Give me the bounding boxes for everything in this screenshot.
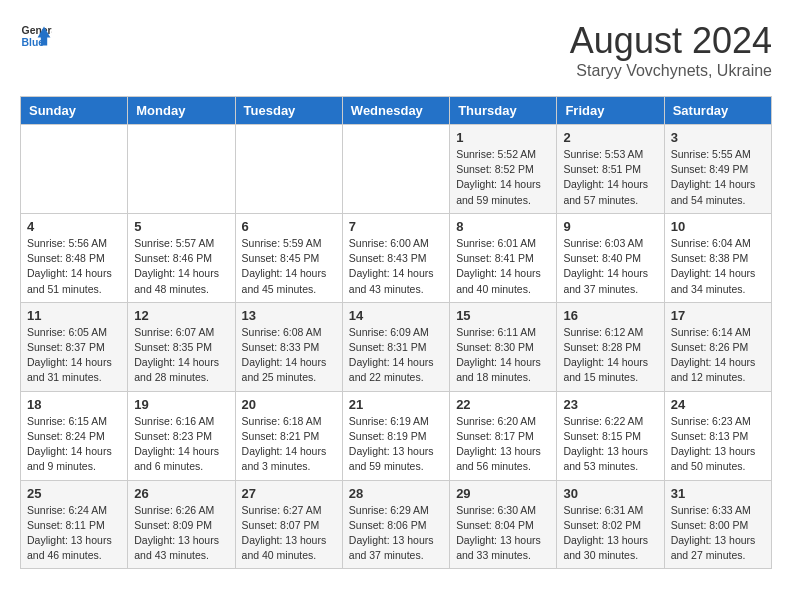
calendar-cell: 18Sunrise: 6:15 AM Sunset: 8:24 PM Dayli…	[21, 391, 128, 480]
day-info: Sunrise: 6:23 AM Sunset: 8:13 PM Dayligh…	[671, 414, 765, 475]
day-number: 14	[349, 308, 443, 323]
day-info: Sunrise: 6:14 AM Sunset: 8:26 PM Dayligh…	[671, 325, 765, 386]
day-info: Sunrise: 5:52 AM Sunset: 8:52 PM Dayligh…	[456, 147, 550, 208]
weekday-header-row: SundayMondayTuesdayWednesdayThursdayFrid…	[21, 97, 772, 125]
day-info: Sunrise: 5:56 AM Sunset: 8:48 PM Dayligh…	[27, 236, 121, 297]
day-info: Sunrise: 6:33 AM Sunset: 8:00 PM Dayligh…	[671, 503, 765, 564]
day-info: Sunrise: 6:19 AM Sunset: 8:19 PM Dayligh…	[349, 414, 443, 475]
day-number: 11	[27, 308, 121, 323]
calendar-cell	[235, 125, 342, 214]
calendar-cell: 25Sunrise: 6:24 AM Sunset: 8:11 PM Dayli…	[21, 480, 128, 569]
day-info: Sunrise: 6:08 AM Sunset: 8:33 PM Dayligh…	[242, 325, 336, 386]
calendar-cell: 15Sunrise: 6:11 AM Sunset: 8:30 PM Dayli…	[450, 302, 557, 391]
calendar-cell: 27Sunrise: 6:27 AM Sunset: 8:07 PM Dayli…	[235, 480, 342, 569]
day-number: 1	[456, 130, 550, 145]
day-info: Sunrise: 6:15 AM Sunset: 8:24 PM Dayligh…	[27, 414, 121, 475]
day-info: Sunrise: 6:31 AM Sunset: 8:02 PM Dayligh…	[563, 503, 657, 564]
day-info: Sunrise: 5:59 AM Sunset: 8:45 PM Dayligh…	[242, 236, 336, 297]
calendar-week-row: 11Sunrise: 6:05 AM Sunset: 8:37 PM Dayli…	[21, 302, 772, 391]
day-info: Sunrise: 6:27 AM Sunset: 8:07 PM Dayligh…	[242, 503, 336, 564]
day-number: 2	[563, 130, 657, 145]
day-number: 22	[456, 397, 550, 412]
weekday-header-cell: Friday	[557, 97, 664, 125]
calendar-cell: 23Sunrise: 6:22 AM Sunset: 8:15 PM Dayli…	[557, 391, 664, 480]
day-info: Sunrise: 6:07 AM Sunset: 8:35 PM Dayligh…	[134, 325, 228, 386]
day-number: 13	[242, 308, 336, 323]
calendar-body: 1Sunrise: 5:52 AM Sunset: 8:52 PM Daylig…	[21, 125, 772, 569]
header: General Blue August 2024 Staryy Vovchyne…	[20, 20, 772, 80]
day-info: Sunrise: 6:05 AM Sunset: 8:37 PM Dayligh…	[27, 325, 121, 386]
day-number: 31	[671, 486, 765, 501]
logo-icon: General Blue	[20, 20, 52, 52]
weekday-header-cell: Tuesday	[235, 97, 342, 125]
day-info: Sunrise: 6:12 AM Sunset: 8:28 PM Dayligh…	[563, 325, 657, 386]
day-number: 15	[456, 308, 550, 323]
calendar-cell	[128, 125, 235, 214]
logo: General Blue	[20, 20, 52, 52]
day-info: Sunrise: 6:20 AM Sunset: 8:17 PM Dayligh…	[456, 414, 550, 475]
weekday-header-cell: Thursday	[450, 97, 557, 125]
location-title: Staryy Vovchynets, Ukraine	[570, 62, 772, 80]
day-number: 17	[671, 308, 765, 323]
day-number: 28	[349, 486, 443, 501]
day-info: Sunrise: 6:03 AM Sunset: 8:40 PM Dayligh…	[563, 236, 657, 297]
calendar-week-row: 4Sunrise: 5:56 AM Sunset: 8:48 PM Daylig…	[21, 213, 772, 302]
calendar-cell: 24Sunrise: 6:23 AM Sunset: 8:13 PM Dayli…	[664, 391, 771, 480]
day-info: Sunrise: 6:09 AM Sunset: 8:31 PM Dayligh…	[349, 325, 443, 386]
calendar-cell: 31Sunrise: 6:33 AM Sunset: 8:00 PM Dayli…	[664, 480, 771, 569]
day-number: 3	[671, 130, 765, 145]
calendar-cell: 4Sunrise: 5:56 AM Sunset: 8:48 PM Daylig…	[21, 213, 128, 302]
day-info: Sunrise: 6:04 AM Sunset: 8:38 PM Dayligh…	[671, 236, 765, 297]
calendar-cell: 29Sunrise: 6:30 AM Sunset: 8:04 PM Dayli…	[450, 480, 557, 569]
calendar-cell: 30Sunrise: 6:31 AM Sunset: 8:02 PM Dayli…	[557, 480, 664, 569]
day-info: Sunrise: 5:55 AM Sunset: 8:49 PM Dayligh…	[671, 147, 765, 208]
day-number: 30	[563, 486, 657, 501]
day-number: 4	[27, 219, 121, 234]
day-number: 16	[563, 308, 657, 323]
calendar-cell: 28Sunrise: 6:29 AM Sunset: 8:06 PM Dayli…	[342, 480, 449, 569]
day-number: 10	[671, 219, 765, 234]
day-info: Sunrise: 5:57 AM Sunset: 8:46 PM Dayligh…	[134, 236, 228, 297]
weekday-header-cell: Monday	[128, 97, 235, 125]
day-number: 9	[563, 219, 657, 234]
calendar-cell: 21Sunrise: 6:19 AM Sunset: 8:19 PM Dayli…	[342, 391, 449, 480]
day-info: Sunrise: 6:22 AM Sunset: 8:15 PM Dayligh…	[563, 414, 657, 475]
calendar-week-row: 1Sunrise: 5:52 AM Sunset: 8:52 PM Daylig…	[21, 125, 772, 214]
day-number: 12	[134, 308, 228, 323]
weekday-header-cell: Wednesday	[342, 97, 449, 125]
day-info: Sunrise: 6:16 AM Sunset: 8:23 PM Dayligh…	[134, 414, 228, 475]
calendar-cell: 12Sunrise: 6:07 AM Sunset: 8:35 PM Dayli…	[128, 302, 235, 391]
day-info: Sunrise: 6:24 AM Sunset: 8:11 PM Dayligh…	[27, 503, 121, 564]
calendar-cell: 1Sunrise: 5:52 AM Sunset: 8:52 PM Daylig…	[450, 125, 557, 214]
day-number: 25	[27, 486, 121, 501]
day-number: 27	[242, 486, 336, 501]
day-info: Sunrise: 6:29 AM Sunset: 8:06 PM Dayligh…	[349, 503, 443, 564]
day-number: 19	[134, 397, 228, 412]
calendar-cell: 3Sunrise: 5:55 AM Sunset: 8:49 PM Daylig…	[664, 125, 771, 214]
day-info: Sunrise: 6:30 AM Sunset: 8:04 PM Dayligh…	[456, 503, 550, 564]
calendar-cell: 19Sunrise: 6:16 AM Sunset: 8:23 PM Dayli…	[128, 391, 235, 480]
day-number: 23	[563, 397, 657, 412]
calendar-cell: 10Sunrise: 6:04 AM Sunset: 8:38 PM Dayli…	[664, 213, 771, 302]
day-number: 29	[456, 486, 550, 501]
weekday-header-cell: Saturday	[664, 97, 771, 125]
title-area: August 2024 Staryy Vovchynets, Ukraine	[570, 20, 772, 80]
calendar-cell: 17Sunrise: 6:14 AM Sunset: 8:26 PM Dayli…	[664, 302, 771, 391]
day-number: 20	[242, 397, 336, 412]
day-info: Sunrise: 6:11 AM Sunset: 8:30 PM Dayligh…	[456, 325, 550, 386]
calendar-cell: 5Sunrise: 5:57 AM Sunset: 8:46 PM Daylig…	[128, 213, 235, 302]
calendar-cell: 2Sunrise: 5:53 AM Sunset: 8:51 PM Daylig…	[557, 125, 664, 214]
month-title: August 2024	[570, 20, 772, 62]
calendar-cell: 8Sunrise: 6:01 AM Sunset: 8:41 PM Daylig…	[450, 213, 557, 302]
day-number: 7	[349, 219, 443, 234]
day-number: 26	[134, 486, 228, 501]
calendar-cell: 26Sunrise: 6:26 AM Sunset: 8:09 PM Dayli…	[128, 480, 235, 569]
calendar-cell: 6Sunrise: 5:59 AM Sunset: 8:45 PM Daylig…	[235, 213, 342, 302]
calendar-cell: 11Sunrise: 6:05 AM Sunset: 8:37 PM Dayli…	[21, 302, 128, 391]
calendar-cell	[342, 125, 449, 214]
day-number: 5	[134, 219, 228, 234]
day-number: 21	[349, 397, 443, 412]
day-info: Sunrise: 6:00 AM Sunset: 8:43 PM Dayligh…	[349, 236, 443, 297]
day-info: Sunrise: 6:18 AM Sunset: 8:21 PM Dayligh…	[242, 414, 336, 475]
calendar-cell: 22Sunrise: 6:20 AM Sunset: 8:17 PM Dayli…	[450, 391, 557, 480]
